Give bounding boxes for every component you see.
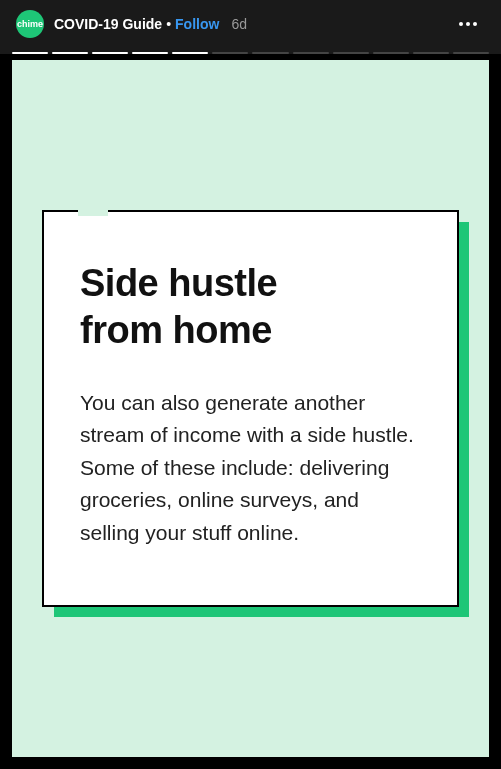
more-options-button[interactable] <box>451 14 485 34</box>
dot-icon <box>459 22 463 26</box>
story-title[interactable]: COVID-19 Guide <box>54 16 162 32</box>
progress-segment[interactable] <box>293 52 329 54</box>
card-body-text: You can also generate another stream of … <box>80 387 421 550</box>
heading-line-1: Side hustle <box>80 262 277 304</box>
separator-bullet: • <box>166 16 171 32</box>
card-notch <box>78 210 108 216</box>
progress-segment[interactable] <box>132 52 168 54</box>
progress-segment[interactable] <box>373 52 409 54</box>
progress-segment[interactable] <box>413 52 449 54</box>
info-card: Side hustle from home You can also gener… <box>42 210 459 608</box>
follow-link[interactable]: Follow <box>175 16 219 32</box>
progress-segment[interactable] <box>12 52 48 54</box>
story-content[interactable]: Side hustle from home You can also gener… <box>12 60 489 757</box>
progress-segment[interactable] <box>333 52 369 54</box>
dot-icon <box>473 22 477 26</box>
progress-segment[interactable] <box>252 52 288 54</box>
progress-segment[interactable] <box>212 52 248 54</box>
heading-line-2: from home <box>80 309 272 351</box>
progress-segment[interactable] <box>453 52 489 54</box>
avatar[interactable]: chime <box>16 10 44 38</box>
card-heading: Side hustle from home <box>80 260 421 355</box>
story-header: chime COVID-19 Guide • Follow 6d <box>0 0 501 48</box>
progress-segment[interactable] <box>172 52 208 54</box>
story-progress-bar <box>0 48 501 54</box>
header-text: COVID-19 Guide • Follow 6d <box>54 16 451 32</box>
progress-segment[interactable] <box>92 52 128 54</box>
card-wrapper: Side hustle from home You can also gener… <box>42 210 459 608</box>
dot-icon <box>466 22 470 26</box>
timestamp: 6d <box>231 16 247 32</box>
progress-segment[interactable] <box>52 52 88 54</box>
